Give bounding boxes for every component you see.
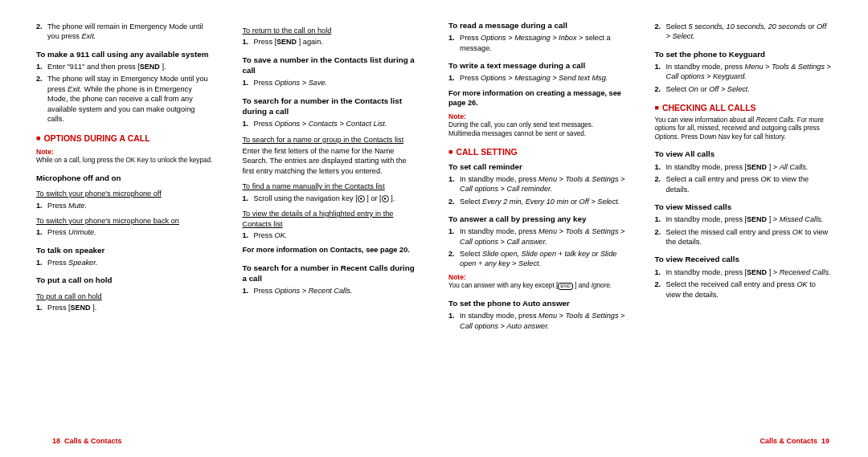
list-item: 2.Select On or Off > Select. xyxy=(655,84,833,94)
list-item: 1.In standby mode, press Menu > Tools & … xyxy=(448,174,626,194)
subhead-911-any-system: To make a 911 call using any available s… xyxy=(36,49,214,59)
subaction: To search for a name or group in the Con… xyxy=(243,135,420,145)
list-item: 1.In standby mode, press [SEND ] > All C… xyxy=(655,162,833,172)
subhead-view-all-calls: To view All calls xyxy=(655,149,833,159)
column-1: 2.The phone will remain in Emergency Mod… xyxy=(36,20,214,439)
subaction: To return to the call on hold xyxy=(243,26,420,35)
list-item: 1.Press Options > Save. xyxy=(243,78,420,88)
list-item: 1.Press Mute. xyxy=(36,201,214,210)
subhead-keyguard: To set the phone to Keyguard xyxy=(655,49,833,59)
subaction: To find a name manually in the Contacts … xyxy=(243,182,420,191)
note-label: Note: xyxy=(448,112,626,121)
section-checking-all-calls: CHECKING ALL CALLS xyxy=(655,102,833,113)
page-footer-right: Calls & Contacts 19 xyxy=(760,436,829,446)
list-item: 2.Select the received call entry and pre… xyxy=(655,280,833,300)
section-desc: You can view information about all Recen… xyxy=(655,116,833,142)
note-text: You can answer with any key except [END … xyxy=(448,282,626,291)
subhead-write-text: To write a text message during a call xyxy=(448,60,626,71)
list-item: 2.Select a call entry and press OK to vi… xyxy=(655,174,833,194)
subhead-save-number: To save a number in the Contacts list du… xyxy=(243,55,420,75)
subhead-mic-off-on: Microphone off and on xyxy=(36,173,214,183)
page-footer-left: 18 Calls & Contacts xyxy=(52,436,122,446)
subhead-search-recent: To search for a number in Recent Calls d… xyxy=(243,263,420,284)
column-2: To return to the call on hold 1.Press [S… xyxy=(243,20,420,439)
note-text: While on a call, long press the OK Key t… xyxy=(36,157,214,165)
list-item: 1.Press [SEND ]. xyxy=(36,303,214,312)
subhead-put-call-hold: To put a call on hold xyxy=(36,275,214,285)
subaction: To switch your phone's microphone off xyxy=(36,189,214,198)
list-item: 1.In standby mode, press Menu > Tools & … xyxy=(448,311,626,331)
subhead-view-received: To view Received calls xyxy=(655,254,833,264)
section-call-setting: CALL SETTING xyxy=(448,146,626,157)
paragraph: Enter the first letters of the name for … xyxy=(243,146,420,176)
list-item: 1.Press Options > Recent Calls. xyxy=(243,286,420,296)
subhead-view-missed: To view Missed calls xyxy=(655,202,833,212)
list-item: 1.Press OK. xyxy=(243,231,420,240)
list-item: 1.Scroll using the navigation key [● ] o… xyxy=(243,194,420,203)
list-item: 1.Press Options > Messaging > Send text … xyxy=(448,73,626,83)
section-options-during-call: OPTIONS DURING A CALL xyxy=(36,133,214,144)
list-item: 1.Enter "911" and then press [SEND ]. xyxy=(36,62,214,71)
crossref: For more information on creating a messa… xyxy=(448,88,626,108)
subhead-read-message: To read a message during a call xyxy=(448,20,626,31)
list-item: 2.Select the missed call entry and press… xyxy=(655,227,833,247)
list-item: 1.Press Options > Messaging > Inbox > se… xyxy=(448,33,626,53)
note-label: Note: xyxy=(36,148,214,157)
page-spread: 2.The phone will remain in Emergency Mod… xyxy=(0,0,868,457)
crossref: For more information on Contacts, see pa… xyxy=(243,245,420,255)
note-text: During the call, you can only send text … xyxy=(448,121,626,138)
list-item: 2.The phone will stay in Emergency Mode … xyxy=(36,74,214,124)
list-item: 2.Select Slide open, Slide open + talk k… xyxy=(448,249,626,269)
list-item: 1.Press Speaker. xyxy=(36,258,214,267)
list-item: 1.Press Unmute. xyxy=(36,227,214,237)
nav-key-icon: ● xyxy=(382,195,389,202)
list-item: 1.In standby mode, press Menu > Tools & … xyxy=(655,62,833,82)
list-item: 1.In standby mode, press Menu > Tools & … xyxy=(448,226,626,247)
list-item: 1.In standby mode, press [SEND ] > Misse… xyxy=(655,214,833,224)
subhead-auto-answer: To set the phone to Auto answer xyxy=(448,298,626,308)
subhead-answer-any-key: To answer a call by pressing any key xyxy=(448,214,626,224)
subhead-search-contacts: To search for a number in the Contacts l… xyxy=(243,96,420,116)
list-item: 1.In standby mode, press [SEND ] > Recei… xyxy=(655,267,833,277)
nav-key-icon: ● xyxy=(358,195,365,202)
list-item: 2.The phone will remain in Emergency Mod… xyxy=(36,22,214,42)
subhead-call-reminder: To set call reminder xyxy=(448,161,626,172)
list-item: 2.Select Every 2 min, Every 10 min or Of… xyxy=(448,197,626,206)
list-item: 1.Press Options > Contacts > Contact Lis… xyxy=(243,119,420,129)
list-item: 1.Press [SEND ] again. xyxy=(243,37,420,47)
subaction: To put a call on hold xyxy=(36,292,214,301)
subaction: To switch your phone's microphone back o… xyxy=(36,216,214,226)
column-4: 2.Select 5 seconds, 10 seconds, 20 secon… xyxy=(655,20,833,439)
note-label: Note: xyxy=(448,273,626,282)
subhead-talk-speaker: To talk on speaker xyxy=(36,245,214,255)
column-3: To read a message during a call 1.Press … xyxy=(448,20,626,439)
list-item: 2.Select 5 seconds, 10 seconds, 20 secon… xyxy=(655,22,833,42)
end-key-icon: END xyxy=(558,283,573,290)
subaction: To view the details of a highlighted ent… xyxy=(243,209,420,229)
